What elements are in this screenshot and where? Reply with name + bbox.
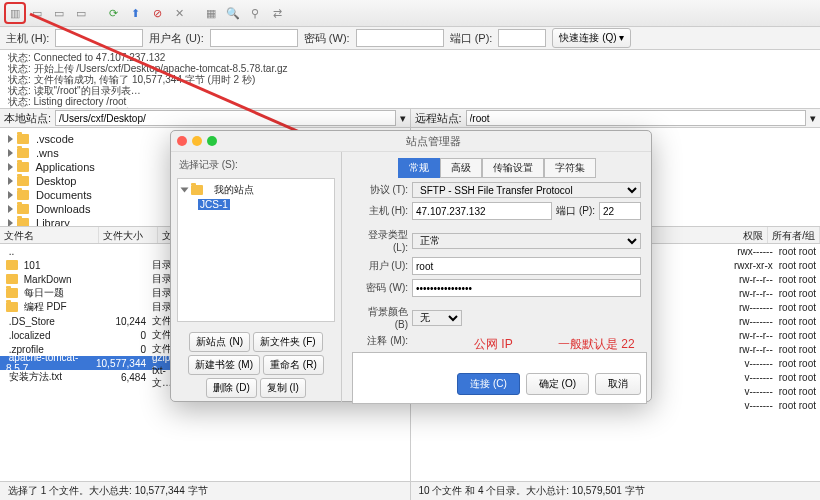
search-icon[interactable]: 🔍 bbox=[224, 4, 242, 22]
toolbar-button[interactable]: ▭ bbox=[28, 4, 46, 22]
upload-icon[interactable]: ⬆ bbox=[126, 4, 144, 22]
new-folder-button[interactable]: 新文件夹 (F) bbox=[253, 332, 323, 352]
status-right: 10 个文件 和 4 个目录。大小总计: 10,579,501 字节 bbox=[410, 482, 821, 500]
host-input[interactable] bbox=[55, 29, 143, 47]
user-label: 用户名 (U): bbox=[149, 31, 203, 46]
local-path-input[interactable] bbox=[55, 110, 395, 126]
quick-connect-bar: 主机 (H): 用户名 (U): 密码 (W): 端口 (P): 快速连接 (Q… bbox=[0, 27, 820, 50]
tab-bar: 常规 高级 传输设置 字符集 bbox=[352, 158, 641, 178]
local-site-label: 本地站点: bbox=[4, 111, 51, 126]
annotation-ip: 公网 IP bbox=[474, 336, 513, 353]
cancel-button[interactable]: 取消 bbox=[595, 373, 641, 395]
rename-button[interactable]: 重命名 (R) bbox=[263, 355, 324, 375]
protocol-select[interactable]: SFTP - SSH File Transfer Protocol bbox=[412, 182, 641, 198]
host-field[interactable] bbox=[412, 202, 552, 220]
site-manager-button[interactable]: ▥ bbox=[6, 4, 24, 22]
status-left: 选择了 1 个文件。大小总共: 10,577,344 字节 bbox=[0, 482, 410, 500]
tab-general[interactable]: 常规 bbox=[398, 158, 440, 178]
port-field[interactable] bbox=[599, 202, 641, 220]
new-bookmark-button[interactable]: 新建书签 (M) bbox=[188, 355, 260, 375]
password-input[interactable] bbox=[356, 29, 444, 47]
new-site-button[interactable]: 新站点 (N) bbox=[189, 332, 250, 352]
main-toolbar: ▥ ▭ ▭ ▭ ⟳ ⬆ ⊘ ✕ ▦ 🔍 ⚲ ⇄ bbox=[0, 0, 820, 27]
chevron-down-icon[interactable]: ▾ bbox=[810, 112, 816, 125]
refresh-icon[interactable]: ⟳ bbox=[104, 4, 122, 22]
port-label: 端口 (P): bbox=[450, 31, 493, 46]
minimize-window-icon[interactable] bbox=[192, 136, 202, 146]
toolbar-button[interactable]: ▭ bbox=[72, 4, 90, 22]
chevron-down-icon[interactable]: ▾ bbox=[400, 112, 406, 125]
log-panel: 状态: Connected to 47.107.237.132 状态: 开始上传… bbox=[0, 50, 820, 109]
tab-transfer[interactable]: 传输设置 bbox=[482, 158, 544, 178]
status-bar: 选择了 1 个文件。大小总共: 10,577,344 字节 10 个文件 和 4… bbox=[0, 481, 820, 500]
annotation-port: 一般默认是 22 bbox=[558, 336, 635, 353]
password-field[interactable] bbox=[412, 279, 641, 297]
quick-connect-button[interactable]: 快速连接 (Q) ▾ bbox=[552, 28, 631, 48]
username-input[interactable] bbox=[210, 29, 298, 47]
bg-color-select[interactable]: 无 bbox=[412, 310, 462, 326]
app-window: ▥ ▭ ▭ ▭ ⟳ ⬆ ⊘ ✕ ▦ 🔍 ⚲ ⇄ 主机 (H): 用户名 (U):… bbox=[0, 0, 820, 500]
host-label: 主机 (H): bbox=[6, 31, 49, 46]
copy-button[interactable]: 复制 (I) bbox=[260, 378, 306, 398]
toolbar-button[interactable]: ▦ bbox=[202, 4, 220, 22]
connect-button[interactable]: 连接 (C) bbox=[457, 373, 520, 395]
cancel-icon[interactable]: ⊘ bbox=[148, 4, 166, 22]
zoom-window-icon[interactable] bbox=[207, 136, 217, 146]
compare-icon[interactable]: ⇄ bbox=[268, 4, 286, 22]
pass-label: 密码 (W): bbox=[304, 31, 350, 46]
port-input[interactable] bbox=[498, 29, 546, 47]
remote-path-input[interactable] bbox=[466, 110, 806, 126]
logon-type-select[interactable]: 正常 bbox=[412, 233, 641, 249]
toolbar-button[interactable]: ▭ bbox=[50, 4, 68, 22]
user-field[interactable] bbox=[412, 257, 641, 275]
delete-button[interactable]: 删除 (D) bbox=[206, 378, 257, 398]
site-manager-dialog: 站点管理器 选择记录 (S): 我的站点 JCS-1 新站点 (N) 新文件夹 … bbox=[170, 130, 652, 402]
disconnect-icon[interactable]: ✕ bbox=[170, 4, 188, 22]
site-tree[interactable]: 我的站点 JCS-1 bbox=[177, 178, 335, 322]
tab-charset[interactable]: 字符集 bbox=[544, 158, 596, 178]
dialog-title: 站点管理器 bbox=[222, 134, 645, 149]
folder-icon bbox=[191, 185, 203, 195]
ok-button[interactable]: 确定 (O) bbox=[526, 373, 589, 395]
filter-icon[interactable]: ⚲ bbox=[246, 4, 264, 22]
select-entry-label: 选择记录 (S): bbox=[171, 152, 341, 178]
tab-advanced[interactable]: 高级 bbox=[440, 158, 482, 178]
remote-site-label: 远程站点: bbox=[415, 111, 462, 126]
close-window-icon[interactable] bbox=[177, 136, 187, 146]
